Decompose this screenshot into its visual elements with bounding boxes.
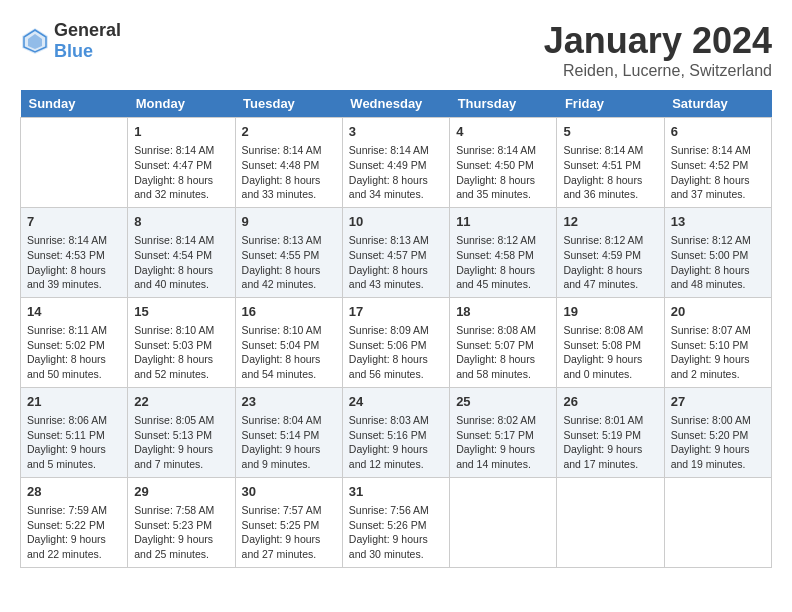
day-info: Sunrise: 8:04 AMSunset: 5:14 PMDaylight:… — [242, 413, 336, 472]
weekday-header-friday: Friday — [557, 90, 664, 118]
month-title: January 2024 — [544, 20, 772, 62]
day-number: 17 — [349, 303, 443, 321]
day-info: Sunrise: 8:14 AMSunset: 4:47 PMDaylight:… — [134, 143, 228, 202]
day-number: 31 — [349, 483, 443, 501]
day-number: 8 — [134, 213, 228, 231]
calendar-cell: 27Sunrise: 8:00 AMSunset: 5:20 PMDayligh… — [664, 387, 771, 477]
calendar-cell: 24Sunrise: 8:03 AMSunset: 5:16 PMDayligh… — [342, 387, 449, 477]
calendar-cell: 11Sunrise: 8:12 AMSunset: 4:58 PMDayligh… — [450, 207, 557, 297]
calendar-cell: 3Sunrise: 8:14 AMSunset: 4:49 PMDaylight… — [342, 118, 449, 208]
day-number: 6 — [671, 123, 765, 141]
week-row-1: 1Sunrise: 8:14 AMSunset: 4:47 PMDaylight… — [21, 118, 772, 208]
weekday-header-thursday: Thursday — [450, 90, 557, 118]
calendar-cell: 25Sunrise: 8:02 AMSunset: 5:17 PMDayligh… — [450, 387, 557, 477]
day-info: Sunrise: 7:58 AMSunset: 5:23 PMDaylight:… — [134, 503, 228, 562]
day-number: 16 — [242, 303, 336, 321]
calendar-cell: 17Sunrise: 8:09 AMSunset: 5:06 PMDayligh… — [342, 297, 449, 387]
logo-general: General — [54, 20, 121, 40]
day-info: Sunrise: 8:12 AMSunset: 5:00 PMDaylight:… — [671, 233, 765, 292]
day-info: Sunrise: 8:10 AMSunset: 5:03 PMDaylight:… — [134, 323, 228, 382]
day-info: Sunrise: 8:00 AMSunset: 5:20 PMDaylight:… — [671, 413, 765, 472]
day-number: 15 — [134, 303, 228, 321]
calendar-cell: 14Sunrise: 8:11 AMSunset: 5:02 PMDayligh… — [21, 297, 128, 387]
day-number: 9 — [242, 213, 336, 231]
logo: General Blue — [20, 20, 121, 62]
day-info: Sunrise: 8:12 AMSunset: 4:58 PMDaylight:… — [456, 233, 550, 292]
day-number: 23 — [242, 393, 336, 411]
calendar-cell: 9Sunrise: 8:13 AMSunset: 4:55 PMDaylight… — [235, 207, 342, 297]
day-info: Sunrise: 8:02 AMSunset: 5:17 PMDaylight:… — [456, 413, 550, 472]
calendar-cell: 7Sunrise: 8:14 AMSunset: 4:53 PMDaylight… — [21, 207, 128, 297]
week-row-4: 21Sunrise: 8:06 AMSunset: 5:11 PMDayligh… — [21, 387, 772, 477]
day-info: Sunrise: 7:56 AMSunset: 5:26 PMDaylight:… — [349, 503, 443, 562]
day-number: 7 — [27, 213, 121, 231]
day-number: 4 — [456, 123, 550, 141]
weekday-header-wednesday: Wednesday — [342, 90, 449, 118]
calendar-cell: 31Sunrise: 7:56 AMSunset: 5:26 PMDayligh… — [342, 477, 449, 567]
day-info: Sunrise: 8:11 AMSunset: 5:02 PMDaylight:… — [27, 323, 121, 382]
calendar-cell: 22Sunrise: 8:05 AMSunset: 5:13 PMDayligh… — [128, 387, 235, 477]
day-number: 20 — [671, 303, 765, 321]
day-info: Sunrise: 8:07 AMSunset: 5:10 PMDaylight:… — [671, 323, 765, 382]
day-number: 21 — [27, 393, 121, 411]
day-info: Sunrise: 8:01 AMSunset: 5:19 PMDaylight:… — [563, 413, 657, 472]
day-info: Sunrise: 7:57 AMSunset: 5:25 PMDaylight:… — [242, 503, 336, 562]
weekday-header-tuesday: Tuesday — [235, 90, 342, 118]
day-info: Sunrise: 8:05 AMSunset: 5:13 PMDaylight:… — [134, 413, 228, 472]
calendar-cell: 21Sunrise: 8:06 AMSunset: 5:11 PMDayligh… — [21, 387, 128, 477]
calendar-cell: 2Sunrise: 8:14 AMSunset: 4:48 PMDaylight… — [235, 118, 342, 208]
week-row-3: 14Sunrise: 8:11 AMSunset: 5:02 PMDayligh… — [21, 297, 772, 387]
calendar-cell: 19Sunrise: 8:08 AMSunset: 5:08 PMDayligh… — [557, 297, 664, 387]
day-number: 22 — [134, 393, 228, 411]
day-info: Sunrise: 8:14 AMSunset: 4:50 PMDaylight:… — [456, 143, 550, 202]
day-number: 25 — [456, 393, 550, 411]
day-number: 10 — [349, 213, 443, 231]
day-info: Sunrise: 8:14 AMSunset: 4:53 PMDaylight:… — [27, 233, 121, 292]
day-info: Sunrise: 8:10 AMSunset: 5:04 PMDaylight:… — [242, 323, 336, 382]
weekday-header-monday: Monday — [128, 90, 235, 118]
calendar-cell: 30Sunrise: 7:57 AMSunset: 5:25 PMDayligh… — [235, 477, 342, 567]
day-info: Sunrise: 8:08 AMSunset: 5:07 PMDaylight:… — [456, 323, 550, 382]
day-number: 19 — [563, 303, 657, 321]
day-number: 24 — [349, 393, 443, 411]
day-number: 13 — [671, 213, 765, 231]
day-number: 5 — [563, 123, 657, 141]
day-number: 27 — [671, 393, 765, 411]
day-info: Sunrise: 8:14 AMSunset: 4:48 PMDaylight:… — [242, 143, 336, 202]
calendar-cell: 29Sunrise: 7:58 AMSunset: 5:23 PMDayligh… — [128, 477, 235, 567]
day-info: Sunrise: 8:14 AMSunset: 4:54 PMDaylight:… — [134, 233, 228, 292]
day-number: 11 — [456, 213, 550, 231]
day-info: Sunrise: 8:09 AMSunset: 5:06 PMDaylight:… — [349, 323, 443, 382]
day-number: 29 — [134, 483, 228, 501]
calendar: SundayMondayTuesdayWednesdayThursdayFrid… — [20, 90, 772, 568]
day-info: Sunrise: 8:03 AMSunset: 5:16 PMDaylight:… — [349, 413, 443, 472]
weekday-header-row: SundayMondayTuesdayWednesdayThursdayFrid… — [21, 90, 772, 118]
logo-icon — [20, 26, 50, 56]
logo-text: General Blue — [54, 20, 121, 62]
calendar-cell: 8Sunrise: 8:14 AMSunset: 4:54 PMDaylight… — [128, 207, 235, 297]
day-number: 2 — [242, 123, 336, 141]
day-info: Sunrise: 8:13 AMSunset: 4:55 PMDaylight:… — [242, 233, 336, 292]
day-number: 3 — [349, 123, 443, 141]
weekday-header-sunday: Sunday — [21, 90, 128, 118]
calendar-cell: 1Sunrise: 8:14 AMSunset: 4:47 PMDaylight… — [128, 118, 235, 208]
day-info: Sunrise: 8:13 AMSunset: 4:57 PMDaylight:… — [349, 233, 443, 292]
day-info: Sunrise: 7:59 AMSunset: 5:22 PMDaylight:… — [27, 503, 121, 562]
header: General Blue January 2024 Reiden, Lucern… — [20, 20, 772, 80]
calendar-cell: 5Sunrise: 8:14 AMSunset: 4:51 PMDaylight… — [557, 118, 664, 208]
calendar-cell: 13Sunrise: 8:12 AMSunset: 5:00 PMDayligh… — [664, 207, 771, 297]
calendar-cell: 28Sunrise: 7:59 AMSunset: 5:22 PMDayligh… — [21, 477, 128, 567]
day-number: 1 — [134, 123, 228, 141]
day-number: 14 — [27, 303, 121, 321]
day-number: 28 — [27, 483, 121, 501]
week-row-2: 7Sunrise: 8:14 AMSunset: 4:53 PMDaylight… — [21, 207, 772, 297]
calendar-cell: 6Sunrise: 8:14 AMSunset: 4:52 PMDaylight… — [664, 118, 771, 208]
location-title: Reiden, Lucerne, Switzerland — [544, 62, 772, 80]
calendar-cell: 4Sunrise: 8:14 AMSunset: 4:50 PMDaylight… — [450, 118, 557, 208]
weekday-header-saturday: Saturday — [664, 90, 771, 118]
logo-blue: Blue — [54, 41, 93, 61]
calendar-cell — [450, 477, 557, 567]
calendar-cell — [664, 477, 771, 567]
calendar-cell: 26Sunrise: 8:01 AMSunset: 5:19 PMDayligh… — [557, 387, 664, 477]
calendar-cell: 10Sunrise: 8:13 AMSunset: 4:57 PMDayligh… — [342, 207, 449, 297]
